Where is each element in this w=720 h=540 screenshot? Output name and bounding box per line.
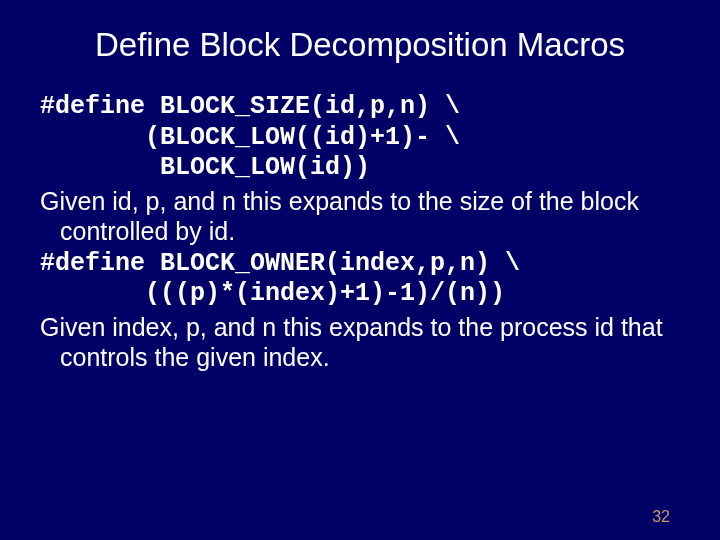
slide: Define Block Decomposition Macros #defin… [0, 0, 720, 540]
page-number: 32 [652, 508, 670, 526]
body-text-2: Given index, p, and n this expands to th… [40, 312, 680, 373]
slide-content: #define BLOCK_SIZE(id,p,n) \ (BLOCK_LOW(… [40, 92, 680, 373]
code-block-owner-line1: #define BLOCK_OWNER(index,p,n) \ [40, 249, 680, 280]
code-block-owner-line2: (((p)*(index)+1)-1)/(n)) [40, 279, 680, 310]
code-block-size-line1: #define BLOCK_SIZE(id,p,n) \ [40, 92, 680, 123]
slide-title: Define Block Decomposition Macros [40, 22, 680, 92]
body-text-1: Given id, p, and n this expands to the s… [40, 186, 680, 247]
code-block-size-line3: BLOCK_LOW(id)) [40, 153, 680, 184]
code-block-size-line2: (BLOCK_LOW((id)+1)- \ [40, 123, 680, 154]
